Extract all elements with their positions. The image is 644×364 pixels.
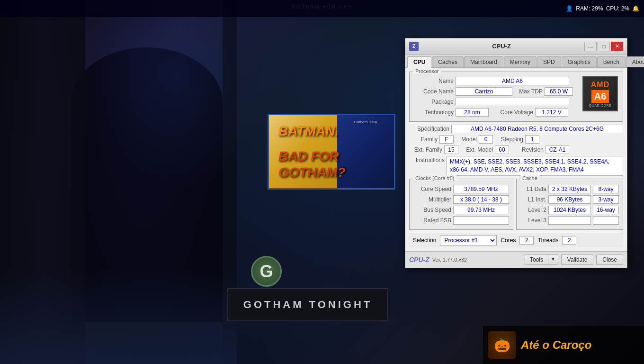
threads-label: Threads xyxy=(537,237,558,244)
revision-value: CZ-A1 xyxy=(546,146,569,154)
l1data-row: L1 Data 2 x 32 KBytes 8-way xyxy=(520,185,619,193)
tab-graphics[interactable]: Graphics xyxy=(562,56,597,67)
level3-label: Level 3 xyxy=(520,217,546,224)
maxtdp-label: Max TDP xyxy=(514,88,543,95)
level3-value xyxy=(548,216,591,225)
clocks-cache-section: Clocks (Core #0) Core Speed 3789.59 MHz … xyxy=(409,179,623,233)
level2-label: Level 2 xyxy=(520,207,546,213)
amd-badge: A6 xyxy=(591,90,609,103)
cpuz-window: Z CPU-Z — □ ✕ CPU Caches Mainboard Memor… xyxy=(405,38,627,268)
revision-label: Revision xyxy=(513,146,544,153)
gotham-sign-text: GOTHAM TONIGHT xyxy=(243,299,372,311)
tab-spd[interactable]: SPD xyxy=(537,56,561,67)
cache-section: Cache L1 Data 2 x 32 KBytes 8-way L1 Ins… xyxy=(516,179,623,230)
specification-label: Specification xyxy=(409,126,449,132)
l1inst-value: 96 KBytes xyxy=(548,195,591,204)
processor-label: Processor xyxy=(413,68,441,74)
tab-mainboard[interactable]: Mainboard xyxy=(464,56,503,67)
specification-value: AMD A6-7480 Radeon R5, 8 Compute Cores 2… xyxy=(451,125,623,133)
codename-value: Carrizo xyxy=(456,87,512,96)
cores-value: 2 xyxy=(519,236,534,245)
maxtdp-value: 65.0 W xyxy=(545,87,573,96)
ratedfsb-value xyxy=(453,216,509,225)
gotham-sign: GOTHAM TONIGHT xyxy=(227,288,388,321)
l1data-value: 2 x 32 KBytes xyxy=(548,185,591,193)
processor-section: Processor AMD A6 QUAD-CORE Name AMD A6 C… xyxy=(409,72,623,122)
tools-arrow-button[interactable]: ▼ xyxy=(548,255,558,265)
ext-family-row: Ext. Family 15 Ext. Model 60 Revision CZ… xyxy=(409,146,623,154)
level2-row: Level 2 1024 KBytes 16-way xyxy=(520,206,619,214)
cpuz-brand-label: CPU-Z xyxy=(409,256,429,264)
cache-label: Cache xyxy=(520,175,539,181)
stepping-value: 1 xyxy=(525,135,539,144)
name-value: AMD A6 xyxy=(456,77,569,85)
ext-family-label: Ext. Family xyxy=(409,146,442,153)
package-value xyxy=(456,98,569,106)
l1inst-label: L1 Inst. xyxy=(520,196,546,203)
cpuz-footer: CPU-Z Ver. 1.77.0.x32 Tools ▼ Validate C… xyxy=(405,251,627,268)
billboard: Gotham Daily BATMAN. BAD FOR GOTHAM? xyxy=(268,114,395,190)
l1inst-row: L1 Inst. 96 KBytes 3-way xyxy=(520,195,619,204)
busspeed-row: Bus Speed 99.73 MHz xyxy=(413,206,509,214)
instructions-label: Instructions xyxy=(409,156,445,164)
maximize-button[interactable]: □ xyxy=(598,42,610,51)
cpuz-title: CPU-Z xyxy=(421,43,581,50)
watermark-text: Até o Caroço xyxy=(521,338,591,352)
multiplier-label: Multiplier xyxy=(413,196,451,203)
amd-sub-text: QUAD-CORE xyxy=(589,104,611,107)
instructions-value: MMX(+), SSE, SSE2, SSE3, SSSE3, SSE4.1, … xyxy=(447,156,623,176)
bell-icon: 🔔 xyxy=(632,5,639,12)
corespeed-row: Core Speed 3789.59 MHz xyxy=(413,185,509,193)
billboard-text-line2: BAD FOR GOTHAM? xyxy=(274,144,389,185)
validate-button[interactable]: Validate xyxy=(561,255,593,265)
ext-model-value: 60 xyxy=(495,146,509,154)
specification-row: Specification AMD A6-7480 Radeon R5, 8 C… xyxy=(409,125,623,133)
technology-label: Technology xyxy=(413,109,454,116)
tab-caches[interactable]: Caches xyxy=(432,56,464,67)
name-label: Name xyxy=(413,78,454,84)
level3-way xyxy=(593,216,619,225)
billboard-text-line1: BATMAN. xyxy=(274,118,389,144)
family-value: F xyxy=(439,135,454,144)
person-icon: 👤 xyxy=(566,5,573,12)
tab-bench[interactable]: Bench xyxy=(597,56,626,67)
corevoltage-label: Core Voltage xyxy=(491,109,533,116)
l1inst-way: 3-way xyxy=(593,195,619,204)
multiplier-value: x 38.0 ( 14 - 38 ) xyxy=(453,195,509,204)
g-logo-left: G xyxy=(251,256,282,287)
close-button[interactable]: ✕ xyxy=(611,42,623,51)
selection-row: Selection Processor #1 Cores 2 Threads 2 xyxy=(409,233,623,247)
selection-dropdown[interactable]: Processor #1 xyxy=(440,235,497,246)
tab-memory[interactable]: Memory xyxy=(504,56,537,67)
tools-button[interactable]: Tools xyxy=(525,255,548,265)
ext-model-label: Ext. Model xyxy=(462,146,493,153)
threads-value: 2 xyxy=(562,236,576,245)
clocks-section: Clocks (Core #0) Core Speed 3789.59 MHz … xyxy=(409,179,513,230)
tab-bar: CPU Caches Mainboard Memory SPD Graphics… xyxy=(405,55,627,68)
ratedfsb-row: Rated FSB xyxy=(413,216,509,225)
cpuz-version-label: Ver. 1.77.0.x32 xyxy=(432,257,522,263)
stepping-label: Stepping xyxy=(495,136,523,143)
model-label: Model xyxy=(456,136,477,143)
watermark: 🎃 Até o Caroço xyxy=(483,326,644,364)
ext-family-value: 15 xyxy=(444,146,458,154)
cores-label: Cores xyxy=(501,237,516,244)
cpuz-content: Processor AMD A6 QUAD-CORE Name AMD A6 C… xyxy=(405,68,627,251)
window-buttons: — □ ✕ xyxy=(584,42,623,51)
model-value: 0 xyxy=(479,135,493,144)
busspeed-label: Bus Speed xyxy=(413,207,451,213)
corespeed-value: 3789.59 MHz xyxy=(453,185,509,193)
technology-value: 28 nm xyxy=(456,108,489,117)
l1data-way: 8-way xyxy=(593,185,619,193)
minimize-button[interactable]: — xyxy=(584,42,597,51)
amd-logo: AMD A6 QUAD-CORE xyxy=(582,76,618,111)
amd-brand-text: AMD xyxy=(591,81,609,89)
tab-cpu[interactable]: CPU xyxy=(407,56,431,68)
family-row: Family F Model 0 Stepping 1 xyxy=(409,135,623,144)
tab-about[interactable]: About xyxy=(626,56,644,67)
multiplier-row: Multiplier x 38.0 ( 14 - 38 ) xyxy=(413,195,509,204)
system-info: 👤 RAM: 29% CPU: 2% 🔔 xyxy=(566,5,639,12)
busspeed-value: 99.73 MHz xyxy=(453,206,509,214)
level2-value: 1024 KBytes xyxy=(548,206,591,214)
close-footer-button[interactable]: Close xyxy=(596,255,623,265)
